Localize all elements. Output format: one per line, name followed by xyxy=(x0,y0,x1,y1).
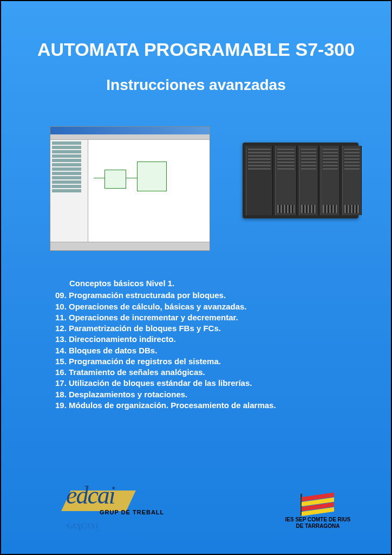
edcai-logo: edcai GRUP DE TREBALL edcai xyxy=(66,475,174,530)
plc-device-image xyxy=(243,143,358,218)
toc-item: 15. Programación de registros del sistem… xyxy=(55,356,391,367)
catalan-flag-icon xyxy=(302,495,334,513)
software-screenshot xyxy=(50,126,210,251)
school-caption-line1: IES SEP COMTE DE RIUS xyxy=(275,517,361,523)
toc-item: 16. Tratamiento de señales analógicas. xyxy=(55,367,391,378)
document-title: AUTOMATA PROGRAMABLE S7-300 xyxy=(1,39,391,60)
toc-item: 18. Desplazamientos y rotaciones. xyxy=(55,389,391,400)
images-row xyxy=(1,94,391,251)
table-of-contents: Conceptos básicos Nivel 1. 09. Programac… xyxy=(1,251,391,411)
toc-item: 10. Operaciones de cálculo, básicas y av… xyxy=(55,301,391,312)
toc-item: 09. Programación estructurada por bloque… xyxy=(55,290,391,301)
toc-item: 19. Módulos de organización. Procesamien… xyxy=(55,400,391,411)
edcai-logo-sub: GRUP DE TREBALL xyxy=(100,509,164,515)
toc-item: 14. Bloques de datos DBs. xyxy=(55,345,391,356)
toc-item: 12. Parametrización de bloques FBs y FCs… xyxy=(55,323,391,334)
toc-item: 11. Operaciones de incrementar y decreme… xyxy=(55,312,391,323)
edcai-logo-text: edcai xyxy=(66,481,115,509)
edcai-logo-reflection: edcai xyxy=(66,521,99,532)
school-logo: IES SEP COMTE DE RIUS DE TARRAGONA xyxy=(275,495,361,530)
toc-header: Conceptos básicos Nivel 1. xyxy=(55,278,391,289)
document-subtitle: Instrucciones avanzadas xyxy=(1,76,391,94)
title-area: AUTOMATA PROGRAMABLE S7-300 Instruccione… xyxy=(1,1,391,94)
toc-item: 13. Direccionamiento indirecto. xyxy=(55,334,391,345)
school-caption-line2: DE TARRAGONA xyxy=(275,523,361,530)
toc-item: 17. Utilización de bloques estándar de l… xyxy=(55,378,391,389)
footer: edcai GRUP DE TREBALL edcai IES SEP COMT… xyxy=(1,475,391,530)
